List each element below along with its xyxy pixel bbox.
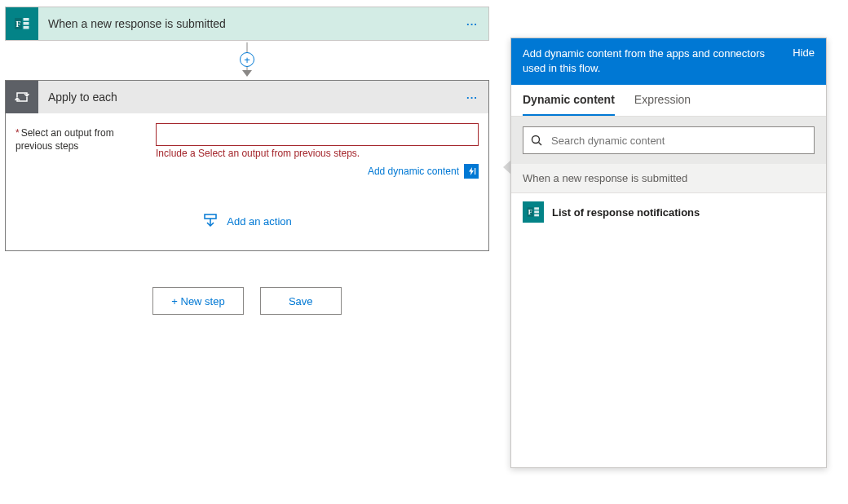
output-selector-error: Include a Select an output from previous…: [156, 148, 479, 159]
search-icon: [530, 134, 543, 147]
output-selector-label-text: Select an output from previous steps: [15, 127, 114, 152]
insert-step-button[interactable]: +: [240, 52, 254, 67]
add-dynamic-content-link[interactable]: Add dynamic content: [368, 166, 459, 177]
apply-to-each-title: Apply to each: [38, 91, 456, 104]
svg-rect-13: [534, 210, 539, 213]
add-action-button[interactable]: Add an action: [15, 213, 479, 229]
connector: +: [5, 41, 489, 80]
trigger-card[interactable]: F When a new response is submitted ···: [5, 7, 489, 41]
panel-group-header: When a new response is submitted: [511, 164, 826, 193]
apply-to-each-card[interactable]: Apply to each ··· *Select an output from…: [5, 80, 489, 251]
required-asterisk: *: [15, 127, 20, 139]
dynamic-content-search-input[interactable]: [550, 134, 807, 148]
svg-rect-3: [24, 22, 29, 25]
tab-dynamic-content[interactable]: Dynamic content: [523, 85, 615, 116]
lightning-icon: [466, 166, 476, 176]
apply-to-each-menu-button[interactable]: ···: [456, 91, 488, 104]
dynamic-content-item-label: List of response notifications: [552, 206, 700, 219]
new-step-button[interactable]: + New step: [152, 287, 243, 315]
svg-rect-12: [534, 207, 539, 210]
apply-to-each-header[interactable]: Apply to each ···: [6, 81, 488, 113]
dynamic-content-search[interactable]: [523, 126, 815, 154]
add-dynamic-content-toggle[interactable]: [464, 164, 479, 179]
dynamic-content-item[interactable]: F List of response notifications: [511, 193, 826, 231]
svg-rect-14: [534, 214, 539, 217]
svg-text:F: F: [15, 20, 20, 29]
microsoft-forms-icon: F: [6, 7, 38, 40]
svg-rect-4: [24, 26, 29, 29]
add-action-label: Add an action: [227, 215, 292, 228]
microsoft-forms-icon: F: [523, 201, 544, 223]
panel-hide-button[interactable]: Hide: [793, 46, 815, 59]
svg-line-9: [539, 143, 542, 146]
svg-rect-5: [475, 168, 475, 175]
output-selector-input[interactable]: [156, 123, 479, 146]
trigger-title: When a new response is submitted: [38, 17, 456, 30]
svg-point-8: [532, 136, 540, 144]
svg-text:F: F: [528, 209, 532, 216]
loop-icon: [6, 81, 38, 113]
trigger-menu-button[interactable]: ···: [456, 18, 488, 30]
trigger-header[interactable]: F When a new response is submitted ···: [6, 7, 488, 40]
tab-expression[interactable]: Expression: [634, 85, 691, 116]
svg-rect-6: [205, 214, 216, 219]
output-selector-label: *Select an output from previous steps: [15, 123, 146, 153]
add-action-icon: [202, 213, 219, 229]
panel-header-text: Add dynamic content from the apps and co…: [523, 46, 783, 75]
dynamic-content-panel: Add dynamic content from the apps and co…: [510, 38, 827, 468]
svg-rect-2: [24, 18, 29, 21]
save-button[interactable]: Save: [260, 287, 342, 315]
